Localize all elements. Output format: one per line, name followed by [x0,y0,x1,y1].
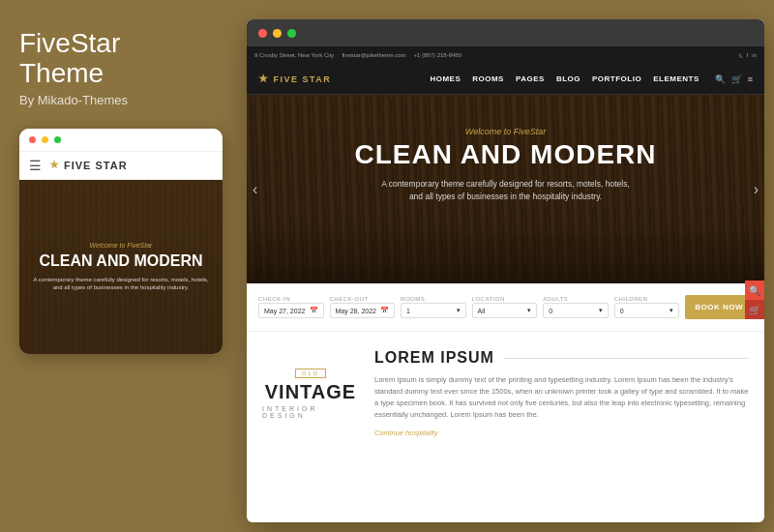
hero-description: A contemporary theme carefully designed … [380,178,632,203]
mobile-welcome: Welcome to FiveStar [90,242,153,249]
hero-headline: CLEAN AND MODERN [354,140,656,170]
content-title-line [504,358,749,359]
children-select[interactable]: 0 ▾ [614,303,680,318]
mobile-nav: ☰ ★ FIVE STAR [19,152,223,180]
content-link[interactable]: Continue hospitality [374,429,749,437]
mobile-body-text: A contemporary theme carefully designed … [29,276,213,292]
star-icon: ★ [49,159,60,171]
browser-window: 9 Crosby Street, New York City fivestar@… [247,19,764,522]
nav-items: HOMES ROOMS PAGES BLOG PORTFOLIO ELEMENT… [430,74,699,83]
topbar-address: 9 Crosby Street, New York City [254,52,334,58]
topbar-email: fivestar@piketheme.com [342,52,405,58]
hero-section: Welcome to FiveStar CLEAN AND MODERN A c… [247,95,764,283]
mobile-logo: ★ FIVE STAR [49,159,128,171]
cart-nav-icon[interactable]: 🛒 [731,74,742,84]
booking-bar: CHECK-IN May 27, 2022 📅 CHECK-OUT May 28… [247,283,764,332]
search-nav-icon[interactable]: 🔍 [715,74,726,84]
checkin-calendar-icon: 📅 [310,307,318,314]
location-field: LOCATION All ▾ [472,296,538,318]
content-title-row: LOREM IPSUM [374,349,749,367]
topbar-info: 9 Crosby Street, New York City fivestar@… [254,52,461,58]
rooms-select[interactable]: 1 ▾ [401,303,466,318]
location-chevron: ▾ [527,307,531,314]
children-label: CHILDREN [614,296,680,302]
theme-label: Theme [19,58,104,88]
rooms-chevron: ▾ [457,307,461,314]
mobile-preview-card: ☰ ★ FIVE STAR Welcome to FiveStar CLEAN … [19,129,223,354]
content-text-block: LOREM IPSUM Lorem Ipsum is simply dummy … [374,349,749,437]
nav-blog[interactable]: BLOG [556,74,580,83]
left-panel: FiveStar Theme By Mikado-Themes ☰ ★ FIVE… [0,0,237,532]
vintage-logo-block: OLD VINTAGE INTERIOR DESIGN [262,349,359,437]
right-sidebar-icons: 🔍 🛒 [745,281,764,319]
children-value: 0 [620,308,624,314]
rooms-label: ROOMS [401,296,466,302]
brand-title: FiveStar Theme [19,29,120,89]
checkout-value: May 28, 2022 [336,308,378,314]
browser-dot-red [258,29,267,38]
twitter-icon: 𝕏 [738,52,743,59]
nav-rooms[interactable]: ROOMS [472,74,504,83]
adults-field: ADULTS 0 ▾ [543,296,609,318]
hero-content: Welcome to FiveStar CLEAN AND MODERN A c… [247,95,764,235]
adults-value: 0 [549,308,552,314]
checkin-value: May 27, 2022 [264,308,307,314]
sidebar-search-icon-btn[interactable]: 🔍 [745,281,764,300]
mobile-hero: Welcome to FiveStar CLEAN AND MODERN A c… [19,180,223,354]
vintage-main-text: VINTAGE [265,381,356,402]
brand-name: FiveStar [19,28,120,58]
nav-pages[interactable]: PAGES [516,74,545,83]
rooms-field: ROOMS 1 ▾ [401,296,466,318]
dot-yellow [42,136,48,143]
content-body: Lorem Ipsum is simply dummy text of the … [374,374,749,421]
topbar-social: 𝕏 f in [738,52,757,59]
hero-prev-arrow[interactable]: ‹ [253,181,257,198]
adults-chevron: ▾ [599,307,603,314]
vintage-sub-text: INTERIOR DESIGN [262,405,359,419]
facebook-icon: f [747,52,749,59]
browser-dot-green [287,29,296,38]
checkout-input[interactable]: May 28, 2022 📅 [330,303,396,318]
topbar-phone: +1 (867) 218-8480 [414,52,462,58]
hero-welcome: Welcome to FiveStar [465,127,546,136]
content-title: LOREM IPSUM [374,349,494,367]
nav-logo: ★ FIVE STAR [258,73,331,85]
checkout-label: CHECK-OUT [330,296,396,302]
nav-icons: 🔍 🛒 ≡ [715,74,753,84]
adults-label: ADULTS [543,296,609,302]
nav-logo-text: FIVE STAR [274,74,332,84]
nav-homes[interactable]: HOMES [430,74,461,83]
hamburger-icon: ☰ [29,158,42,173]
location-select[interactable]: All ▾ [472,303,538,318]
checkout-calendar-icon: 📅 [380,307,389,314]
nav-star-icon: ★ [258,73,270,85]
mobile-headline: CLEAN AND MODERN [39,252,202,270]
rooms-value: 1 [406,308,410,314]
checkin-field: CHECK-IN May 27, 2022 📅 [258,296,324,318]
nav-elements[interactable]: ELEMENTS [653,74,700,83]
dot-red [29,136,36,143]
book-now-button[interactable]: BOOK NOW [685,295,753,319]
children-chevron: ▾ [670,307,673,314]
dot-green [54,136,61,143]
mobile-card-dots [19,129,223,152]
browser-chrome [247,19,764,46]
checkout-field: CHECK-OUT May 28, 2022 📅 [330,296,396,318]
location-value: All [478,308,486,314]
site-nav: ★ FIVE STAR HOMES ROOMS PAGES BLOG PORTF… [247,64,764,95]
adults-select[interactable]: 0 ▾ [543,303,609,318]
browser-dot-yellow [273,29,282,38]
location-label: LOCATION [472,296,538,302]
mobile-logo-text: FIVE STAR [64,160,128,171]
checkin-label: CHECK-IN [258,296,324,302]
menu-nav-icon[interactable]: ≡ [748,74,753,84]
nav-portfolio[interactable]: PORTFOLIO [592,74,641,83]
children-field: CHILDREN 0 ▾ [614,296,680,318]
checkin-input[interactable]: May 27, 2022 📅 [258,303,324,318]
instagram-icon: in [752,52,757,59]
content-section: OLD VINTAGE INTERIOR DESIGN LOREM IPSUM … [247,332,764,455]
site-topbar: 9 Crosby Street, New York City fivestar@… [247,46,764,64]
sidebar-cart-icon-btn[interactable]: 🛒 [745,300,764,319]
hero-next-arrow[interactable]: › [754,181,759,198]
vintage-old-label: OLD [295,369,326,378]
